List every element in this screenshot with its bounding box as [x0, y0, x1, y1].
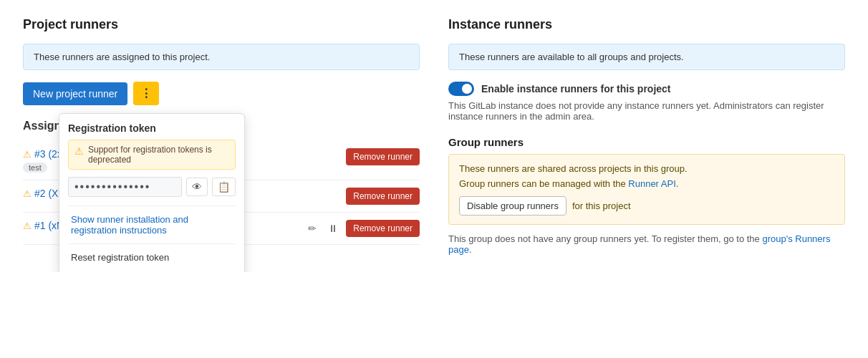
- registration-token-dropdown: Registration token ⚠ Support for registr…: [59, 113, 245, 272]
- right-panel: Instance runners These runners are avail…: [448, 17, 845, 255]
- popup-divider-2: [68, 243, 236, 244]
- eye-icon: 👁: [192, 181, 202, 193]
- runner-warning-icon: ⚠: [23, 221, 32, 231]
- kebab-menu-button[interactable]: ⋮: [133, 82, 159, 105]
- runner-actions-bar: New project runner ⋮ Registration token …: [23, 82, 420, 105]
- project-runners-info: These runners are assigned to this proje…: [23, 44, 420, 70]
- runner-actions: ✏ ⏸ Remove runner: [304, 220, 420, 237]
- runner-actions: Remove runner: [346, 148, 420, 165]
- left-panel: Project runners These runners are assign…: [23, 17, 420, 255]
- group-runners-line2: Group runners can be managed with the Ru…: [459, 178, 834, 189]
- runner-tag: test: [23, 163, 47, 173]
- toggle-row: Enable instance runners for this project: [448, 82, 845, 96]
- instance-desc: This GitLab instance does not provide an…: [448, 100, 845, 122]
- copy-icon: 📋: [218, 181, 230, 193]
- runner-warning-icon: ⚠: [23, 149, 32, 160]
- remove-runner-button[interactable]: Remove runner: [346, 148, 420, 165]
- group-footer: This group does not have any group runne…: [448, 233, 845, 255]
- instance-runners-title: Instance runners: [448, 17, 845, 32]
- info-text: These runners are assigned to this proje…: [34, 52, 210, 62]
- group-api-text-pre: Group runners can be managed with the: [459, 178, 628, 189]
- group-runners-box: These runners are shared across projects…: [448, 154, 845, 225]
- pause-runner-button[interactable]: ⏸: [324, 221, 342, 236]
- reveal-token-button[interactable]: 👁: [186, 178, 208, 196]
- toggle-slider: [448, 82, 474, 96]
- edit-runner-button[interactable]: ✏: [304, 221, 320, 236]
- enable-instance-toggle[interactable]: [448, 82, 474, 96]
- runner-actions: Remove runner: [346, 188, 420, 205]
- group-footer-pre: This group does not have any group runne…: [448, 233, 762, 244]
- project-runners-title: Project runners: [23, 17, 420, 32]
- token-dots: ••••••••••••••: [68, 177, 182, 197]
- remove-runner-button[interactable]: Remove runner: [346, 220, 420, 237]
- warning-text: Support for registration tokens is depre…: [88, 145, 229, 165]
- remove-runner-button[interactable]: Remove runner: [346, 188, 420, 205]
- disable-group-runners-button[interactable]: Disable group runners: [459, 196, 566, 216]
- reset-token-link[interactable]: Reset registration token: [68, 247, 236, 268]
- group-footer-post: .: [469, 244, 472, 255]
- token-row: •••••••••••••• 👁 📋: [68, 177, 236, 197]
- new-project-runner-button[interactable]: New project runner: [23, 82, 127, 105]
- toggle-label: Enable instance runners for this project: [481, 83, 671, 95]
- runner-api-link[interactable]: Runner API: [628, 178, 676, 189]
- popup-divider: [68, 205, 236, 206]
- disable-group-runners-row: Disable group runners for this project: [459, 196, 834, 216]
- popup-title: Registration token: [68, 122, 236, 134]
- copy-token-button[interactable]: 📋: [212, 178, 236, 196]
- group-api-text-post: .: [676, 178, 679, 189]
- kebab-icon: ⋮: [140, 87, 152, 100]
- deprecation-warning: ⚠ Support for registration tokens is dep…: [68, 140, 236, 170]
- instance-runners-info: These runners are available to all group…: [448, 44, 845, 70]
- for-this-project-text: for this project: [572, 200, 631, 211]
- instance-info-text: These runners are available to all group…: [459, 52, 684, 62]
- warning-icon: ⚠: [74, 145, 84, 157]
- group-runners-line1: These runners are shared across projects…: [459, 163, 834, 174]
- show-instructions-link[interactable]: Show runner installation and registratio…: [68, 209, 236, 241]
- runner-warning-icon: ⚠: [23, 188, 32, 199]
- group-runners-title: Group runners: [448, 136, 845, 148]
